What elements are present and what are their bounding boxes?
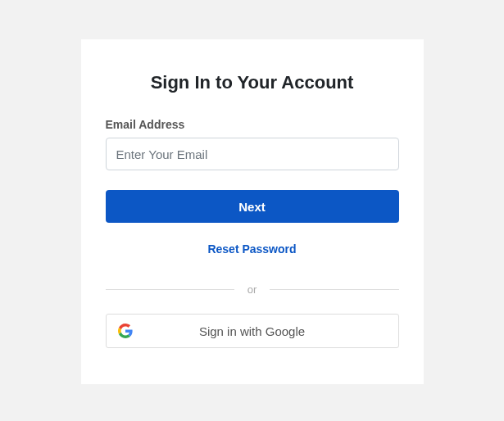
email-field[interactable] bbox=[106, 138, 399, 170]
divider-text: or bbox=[234, 283, 270, 296]
email-label: Email Address bbox=[106, 118, 399, 131]
reset-password-link[interactable]: Reset Password bbox=[106, 242, 399, 256]
divider: or bbox=[106, 283, 399, 296]
signin-card: Sign In to Your Account Email Address Ne… bbox=[81, 39, 424, 384]
page-title: Sign In to Your Account bbox=[106, 72, 399, 93]
google-button-label: Sign in with Google bbox=[118, 324, 387, 338]
google-signin-button[interactable]: Sign in with Google bbox=[106, 314, 399, 348]
next-button[interactable]: Next bbox=[106, 190, 399, 223]
